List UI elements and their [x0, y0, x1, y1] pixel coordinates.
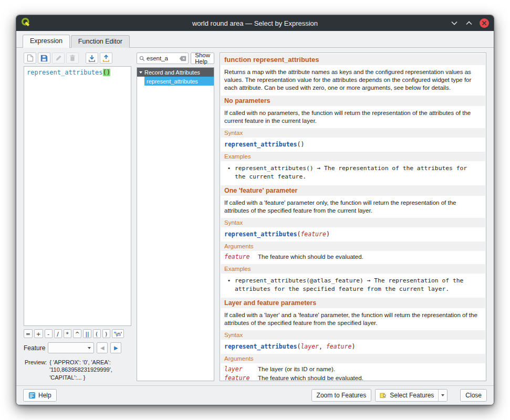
tab-expression[interactable]: Expression — [23, 35, 70, 48]
help-button-label: Help — [38, 392, 51, 399]
clear-search-icon[interactable] — [179, 56, 186, 61]
syntax-comma: , — [319, 343, 326, 350]
argument-desc: The layer (or its ID or name). — [258, 365, 482, 373]
argument-row: feature The feature which should be eval… — [224, 253, 482, 261]
close-window-button[interactable] — [480, 18, 489, 28]
previous-feature-button[interactable]: ◀ — [97, 342, 108, 353]
search-icon — [139, 56, 145, 61]
feature-label: Feature — [24, 344, 45, 352]
syntax-label: Syntax — [221, 218, 485, 227]
operator-button[interactable]: ) — [102, 329, 110, 338]
tree-group-record-attributes[interactable]: Record and Attributes — [137, 68, 214, 77]
export-expression-button[interactable] — [100, 52, 112, 64]
new-expression-button[interactable] — [24, 52, 36, 64]
syntax-fn: represent_attributes — [224, 141, 297, 148]
expression-close-paren: ) — [107, 69, 110, 76]
examples-label: Examples — [221, 264, 485, 274]
argument-name: layer — [224, 365, 258, 373]
import-expression-button[interactable] — [86, 52, 98, 64]
dialog-footer: Help Zoom to Features Select Features Cl… — [16, 385, 494, 405]
operator-button[interactable]: - — [45, 329, 53, 338]
maximize-button[interactable] — [465, 19, 473, 27]
preview-value: { 'APPROX': '0', 'AREA': '110,8639582319… — [49, 359, 128, 381]
syntax-code: represent_attributes() — [221, 138, 485, 151]
tab-bar: Expression Function Editor — [16, 31, 494, 48]
tree-group-label: Record and Attributes — [144, 69, 200, 76]
edit-expression-button[interactable] — [52, 52, 65, 64]
qgis-logo-icon — [21, 17, 30, 29]
section-desc: If called with a 'layer' and a 'feature'… — [221, 309, 485, 330]
syntax-arg: feature — [326, 343, 351, 350]
arguments-label: Arguments — [221, 354, 485, 363]
syntax-close-paren: ) — [326, 230, 330, 238]
syntax-arg: feature — [300, 230, 326, 238]
argument-desc: The feature which should be evaluated. — [258, 253, 482, 261]
help-icon — [28, 392, 36, 399]
arguments-label: Arguments — [221, 242, 485, 251]
argument-row: feature The feature which should be eval… — [224, 374, 482, 381]
shade-button[interactable] — [450, 19, 459, 27]
titlebar[interactable]: world round area — Select by Expression — [16, 15, 494, 31]
select-features-icon — [380, 392, 387, 399]
save-expression-button[interactable] — [38, 52, 50, 64]
examples-label: Examples — [221, 152, 485, 161]
window-title: world round area — Select by Expression — [16, 19, 494, 27]
function-tree: Record and Attributes represent_attribut… — [137, 67, 214, 381]
argument-desc: The feature which should be evaluated. — [258, 374, 482, 381]
syntax-close-paren: ) — [300, 141, 304, 148]
select-features-button[interactable]: Select Features — [376, 390, 438, 401]
operator-button[interactable]: + — [34, 329, 43, 338]
syntax-close-paren: ) — [351, 343, 355, 350]
help-title: function represent_attributes — [221, 54, 485, 65]
argument-name: feature — [224, 374, 258, 381]
help-intro: Returns a map with the attribute names a… — [221, 66, 485, 95]
arguments-table: layer The layer (or its ID or name). fea… — [221, 364, 485, 381]
example-item: represent_attributes() → The representat… — [221, 162, 485, 185]
function-search-input[interactable] — [147, 55, 179, 61]
function-search-box[interactable] — [137, 52, 189, 64]
function-help-panel[interactable]: function represent_attributes Returns a … — [220, 52, 486, 381]
feature-combobox[interactable] — [48, 342, 94, 353]
help-button[interactable]: Help — [23, 389, 57, 402]
operator-button[interactable]: || — [83, 329, 91, 338]
expression-text-editor[interactable]: represent_attributes() — [24, 66, 131, 326]
section-title-layer-feature: Layer and feature parameters — [221, 298, 485, 308]
close-button[interactable]: Close — [460, 389, 487, 402]
operator-button[interactable]: ^ — [73, 329, 82, 338]
operator-button[interactable]: / — [54, 329, 62, 338]
search-row: Show Help — [137, 52, 214, 64]
operator-button[interactable]: ( — [93, 329, 101, 338]
collapse-triangle-icon[interactable] — [139, 71, 142, 74]
section-title-no-parameters: No parameters — [221, 96, 485, 106]
syntax-fn: represent_attributes — [224, 343, 297, 350]
tree-row: represent_attributes — [137, 77, 214, 86]
desktop-background: world round area — Select by Expression … — [0, 0, 510, 420]
argument-name: feature — [224, 253, 258, 260]
operator-button[interactable]: '\n' — [112, 329, 124, 338]
function-list-panel: Show Help Record and Attributes represen… — [137, 52, 214, 381]
tree-indent — [137, 77, 144, 86]
select-features-dropdown[interactable] — [438, 390, 447, 401]
chevron-down-icon — [441, 394, 444, 396]
argument-row: layer The layer (or its ID or name). — [224, 365, 482, 374]
select-by-expression-dialog: world round area — Select by Expression … — [16, 15, 494, 405]
operator-button[interactable]: = — [24, 329, 33, 338]
operator-buttons: = + - / * ^ || ( ) '\n' — [24, 329, 131, 338]
show-help-button[interactable]: Show Help — [191, 52, 214, 64]
expression-open-paren: ( — [103, 69, 107, 76]
expression-toolbar — [24, 52, 131, 64]
tab-function-editor[interactable]: Function Editor — [71, 35, 130, 48]
tree-item-represent-attributes[interactable]: represent_attributes — [144, 77, 214, 86]
delete-expression-button[interactable] — [66, 52, 79, 64]
example-item: represent_attributes(@atlas_feature) → T… — [221, 274, 485, 297]
syntax-arg: layer — [300, 343, 319, 350]
select-features-label: Select Features — [390, 392, 434, 399]
select-features-split-button: Select Features — [375, 389, 447, 402]
syntax-label: Syntax — [221, 330, 485, 340]
operator-button[interactable]: * — [64, 329, 71, 338]
syntax-label: Syntax — [221, 128, 485, 138]
next-feature-button[interactable]: ▶ — [110, 342, 121, 353]
section-desc: If called with a 'feature' parameter onl… — [221, 196, 485, 217]
zoom-to-features-button[interactable]: Zoom to Features — [311, 389, 372, 402]
section-title-one-feature: One 'feature' parameter — [221, 185, 485, 196]
